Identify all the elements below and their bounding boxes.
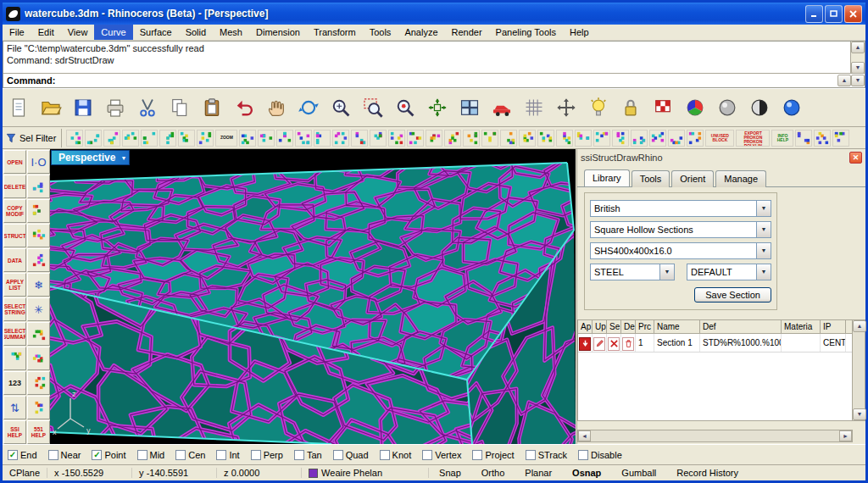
catalog-combobox[interactable]: British ▼ xyxy=(590,200,771,217)
render-icon[interactable] xyxy=(650,95,676,120)
delete-button[interactable] xyxy=(622,337,634,351)
osnap-disable[interactable]: Disable xyxy=(578,450,622,460)
plugin-tool-icon[interactable] xyxy=(519,130,536,147)
ssi-help-tool[interactable]: SSI HELP xyxy=(3,420,26,444)
viewport-layout-icon[interactable] xyxy=(457,95,482,120)
checkbox-disable[interactable] xyxy=(578,450,588,460)
save-section-button[interactable]: Save Section xyxy=(694,287,771,303)
chevron-down-icon[interactable]: ▼ xyxy=(659,264,674,280)
osnap-quad[interactable]: Quad xyxy=(333,450,369,460)
plugin-tool-icon[interactable] xyxy=(141,130,158,147)
open-tool[interactable]: OPEN xyxy=(3,150,26,174)
arrows-tool[interactable]: ⇅ xyxy=(3,396,26,419)
help-551-tool[interactable]: 551 HELP xyxy=(27,420,50,444)
menu-curve[interactable]: Curve xyxy=(94,25,132,40)
plugin-tool-icon[interactable] xyxy=(314,130,331,147)
menu-help[interactable]: Help xyxy=(563,25,596,40)
section-size-combobox[interactable]: SHS400x400x16.0 ▼ xyxy=(590,242,771,259)
menu-surface[interactable]: Surface xyxy=(133,25,179,40)
osnap-tan[interactable]: Tan xyxy=(294,450,322,460)
small-squares-tool[interactable] xyxy=(27,371,50,395)
command-history-scrollbar[interactable]: ▲ ▼ xyxy=(850,42,865,74)
color-wheel-icon[interactable] xyxy=(682,95,708,120)
plugin-tool-icon[interactable] xyxy=(258,130,275,147)
menu-paneling-tools[interactable]: Paneling Tools xyxy=(489,25,563,40)
column-name[interactable]: Name xyxy=(654,320,700,333)
osnap-strack[interactable]: STrack xyxy=(526,450,567,460)
points-grid-tool[interactable] xyxy=(27,175,50,198)
paste-icon[interactable] xyxy=(199,95,225,120)
ortho-toggle[interactable]: Ortho xyxy=(471,468,515,478)
menu-dimension[interactable]: Dimension xyxy=(249,25,307,40)
apply-list-tool[interactable]: APPLY LIST xyxy=(3,273,26,297)
plugin-tool-icon[interactable] xyxy=(668,130,685,147)
palette-tool[interactable] xyxy=(27,322,50,346)
plugin-tool-icon[interactable] xyxy=(85,130,102,147)
column-materia[interactable]: Materia xyxy=(782,320,821,333)
open-file-icon[interactable] xyxy=(38,95,64,120)
checkbox-point[interactable]: ✓ xyxy=(92,450,102,460)
table-row[interactable]: 1Section 1STD%R%1000.%1000.CENT... xyxy=(578,334,852,353)
menu-file[interactable]: File xyxy=(3,25,31,40)
checkbox-vertex[interactable] xyxy=(422,450,432,460)
menu-mesh[interactable]: Mesh xyxy=(213,25,249,40)
plugin-tool-icon[interactable] xyxy=(388,130,405,147)
remove-button[interactable] xyxy=(608,337,620,351)
command-history[interactable]: File "C:\temp\watercube.3dm" successfull… xyxy=(3,42,850,74)
checkbox-tan[interactable] xyxy=(294,450,304,460)
plugin-tool-icon[interactable] xyxy=(481,130,498,147)
tab-orient[interactable]: Orient xyxy=(671,170,714,187)
plugin-tool-icon[interactable] xyxy=(159,130,176,147)
column-ap[interactable]: Ap xyxy=(578,320,593,333)
plugin-tool-icon[interactable] xyxy=(103,130,120,147)
checkbox-end[interactable]: ✓ xyxy=(8,450,18,460)
shaded-sphere-icon[interactable] xyxy=(715,95,740,120)
close-button[interactable] xyxy=(844,5,862,23)
zoom-window-icon[interactable] xyxy=(360,95,386,120)
plugin-tool-icon[interactable] xyxy=(814,130,831,147)
planar-toggle[interactable]: Planar xyxy=(515,468,562,478)
apply-button[interactable] xyxy=(579,337,591,351)
osnap-end[interactable]: ✓End xyxy=(8,450,37,460)
copy-modify-tool[interactable]: COPY MODIF xyxy=(3,199,26,223)
column-ip[interactable]: IP xyxy=(821,320,846,333)
data-tool[interactable]: DATA xyxy=(3,248,26,272)
move-icon[interactable] xyxy=(554,95,579,120)
tab-manage[interactable]: Manage xyxy=(715,170,766,187)
checkbox-int[interactable] xyxy=(216,450,226,460)
scroll-down-icon[interactable]: ▼ xyxy=(853,408,866,420)
scroll-right-icon[interactable]: ► xyxy=(839,430,852,441)
pan-icon[interactable] xyxy=(264,95,289,120)
viewport-title-dropdown[interactable]: Perspective ▼ xyxy=(51,150,130,165)
checkbox-near[interactable] xyxy=(48,450,58,460)
menu-solid[interactable]: Solid xyxy=(179,25,213,40)
minimize-button[interactable] xyxy=(805,5,823,23)
menu-view[interactable]: View xyxy=(61,25,95,40)
zoom-selected-icon[interactable] xyxy=(392,95,418,120)
table-horizontal-scrollbar[interactable]: ◄ ► xyxy=(577,430,853,442)
plugin-tool-icon[interactable] xyxy=(444,130,461,147)
gumball-toggle[interactable]: Gumball xyxy=(611,468,666,478)
osnap-toggle[interactable]: Osnap xyxy=(562,468,611,478)
menu-analyze[interactable]: Analyze xyxy=(398,25,444,40)
select-summary-tool[interactable]: SELECT SUMMAR xyxy=(3,322,26,346)
plugin-tool-icon[interactable] xyxy=(351,130,368,147)
checkbox-project[interactable] xyxy=(472,450,482,460)
prompt-prev-icon[interactable]: ▲ xyxy=(837,75,851,86)
selection-filter-toggle[interactable]: Sel Filter xyxy=(5,129,62,147)
plugin-tool-icon[interactable] xyxy=(649,130,666,147)
struct-dots-tool[interactable] xyxy=(27,224,50,247)
plugin-tool-icon[interactable] xyxy=(631,130,648,147)
osnap-point[interactable]: ✓Point xyxy=(92,450,125,460)
delete-tool[interactable]: DELETE xyxy=(3,175,26,198)
osnap-knot[interactable]: Knot xyxy=(380,450,412,460)
plugin-tool-icon[interactable] xyxy=(239,130,256,147)
plugin-tool-icon[interactable] xyxy=(537,130,554,147)
cut-icon[interactable] xyxy=(135,95,160,120)
plugin-tool-icon[interactable] xyxy=(426,130,442,147)
osnap-near[interactable]: Near xyxy=(48,450,81,460)
plugin-tool-icon[interactable] xyxy=(832,130,849,147)
plugin-tool-icon[interactable] xyxy=(612,130,629,147)
plugin-tool-icon[interactable] xyxy=(66,130,83,147)
plugin-tool-icon[interactable] xyxy=(407,130,424,147)
